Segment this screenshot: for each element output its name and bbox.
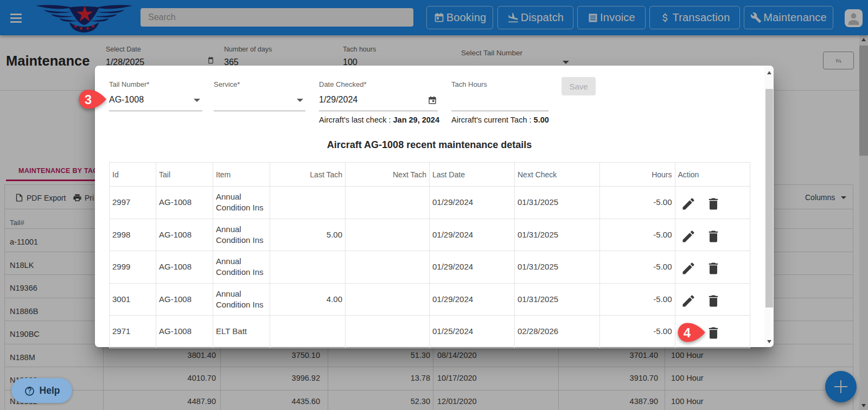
table-row: 2997 AG-1008 Annual Condition Ins 01/29/… — [110, 187, 750, 219]
maintenance-dialog: Tail Number* AG-1008 Service* Date Check… — [95, 66, 774, 347]
dialog-scroll-down-icon[interactable] — [767, 340, 771, 343]
table-row: 2999 AG-1008 Annual Condition Ins 01/29/… — [110, 251, 750, 284]
col-last-tach: Last Tach — [270, 163, 346, 187]
dialog-title: Aircraft AG-1008 recent maintenance deta… — [109, 139, 750, 151]
screen: Booking Dispatch Invoice Transaction Mai… — [0, 0, 868, 410]
col-item: Item — [213, 163, 270, 187]
dialog-scrollbar-thumb[interactable] — [765, 89, 773, 308]
help-button[interactable]: Help — [11, 378, 72, 403]
date-checked-value: 1/29/2024 — [319, 95, 358, 105]
col-action: Action — [675, 163, 750, 187]
col-tail: Tail — [156, 163, 213, 187]
tail-number-label: Tail Number* — [109, 80, 149, 88]
calendar-icon[interactable] — [427, 95, 437, 105]
help-icon — [24, 385, 35, 396]
annotation-step-4: 4 — [675, 319, 709, 345]
service-field[interactable]: Service* — [214, 77, 305, 111]
service-label: Service* — [214, 80, 240, 88]
col-last-date: Last Date — [430, 163, 515, 187]
table-row: 2998 AG-1008 Annual Condition Ins 5.00 0… — [110, 219, 750, 251]
dialog-scrollbar[interactable] — [764, 66, 774, 347]
save-button[interactable]: Save — [561, 77, 596, 95]
help-label: Help — [40, 385, 60, 396]
col-id: Id — [110, 163, 156, 187]
col-next-tach: Next Tach — [346, 163, 430, 187]
edit-icon[interactable] — [681, 229, 696, 244]
tach-hours-field[interactable]: Tach Hours — [451, 77, 548, 111]
delete-icon[interactable] — [706, 196, 721, 212]
col-hours: Hours — [600, 163, 675, 187]
current-tach-note: Aircraft's current Tach : 5.00 — [451, 116, 549, 124]
edit-icon[interactable] — [681, 261, 696, 276]
edit-icon[interactable] — [681, 196, 696, 212]
delete-icon[interactable] — [706, 261, 721, 276]
date-checked-field[interactable]: Date Checked* 1/29/2024 — [319, 77, 438, 111]
col-next-check: Next Check — [515, 163, 600, 187]
svg-text:3: 3 — [85, 92, 92, 107]
tach-hours-label: Tach Hours — [451, 80, 487, 88]
edit-icon[interactable] — [681, 293, 696, 309]
tail-number-caret-icon — [194, 99, 200, 102]
annotation-step-3: 3 — [76, 86, 110, 112]
table-header-row: Id Tail Item Last Tach Next Tach Last Da… — [110, 163, 750, 187]
tail-number-field[interactable]: Tail Number* AG-1008 — [109, 77, 202, 111]
delete-icon[interactable] — [706, 293, 721, 309]
svg-text:4: 4 — [684, 325, 691, 340]
table-row: 2971 AG-1008 ELT Batt 01/25/2024 02/28/2… — [110, 316, 750, 348]
delete-icon[interactable] — [706, 229, 721, 244]
maintenance-details-table: Id Tail Item Last Tach Next Tach Last Da… — [109, 162, 750, 348]
tail-number-value: AG-1008 — [109, 95, 144, 105]
dialog-scroll-up-icon[interactable] — [767, 71, 771, 74]
date-checked-label: Date Checked* — [319, 80, 366, 88]
service-caret-icon — [297, 99, 303, 102]
table-row: 3001 AG-1008 Annual Condition Ins 4.00 0… — [110, 283, 750, 316]
last-check-note: Aircraft's last check : Jan 29, 2024 — [319, 116, 439, 124]
